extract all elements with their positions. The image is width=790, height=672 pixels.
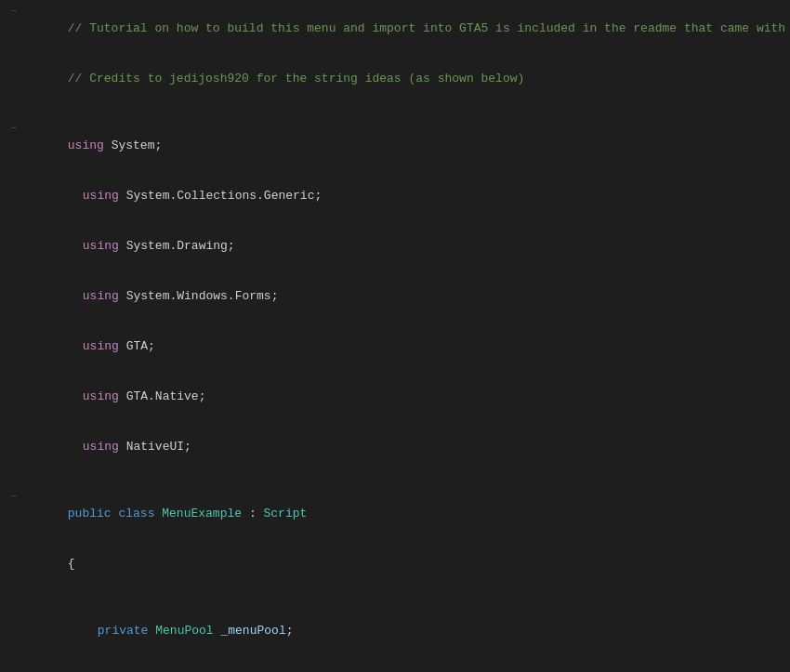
fold-icon-2	[7, 54, 20, 71]
code-line-empty-4	[0, 656, 790, 672]
code-line-empty-3	[0, 589, 790, 606]
code-line-using-5: using GTA;	[0, 322, 790, 372]
code-line-class: − public class MenuExample : Script	[0, 489, 790, 539]
code-editor[interactable]: − // Tutorial on how to build this menu …	[0, 0, 790, 672]
code-line-using-1: − using System;	[0, 121, 790, 171]
fold-icon-class[interactable]: −	[7, 489, 20, 506]
code-line-using-3: using System.Drawing;	[0, 221, 790, 271]
code-line-brace-open: {	[0, 539, 790, 589]
code-line-using-2: using System.Collections.Generic;	[0, 171, 790, 221]
fold-icon-1[interactable]: −	[7, 4, 20, 20]
code-line-empty-2	[0, 472, 790, 489]
fold-icon-using[interactable]: −	[7, 121, 20, 138]
code-line-using-7: using NativeUI;	[0, 422, 790, 472]
code-line-empty-1	[0, 104, 790, 121]
code-line-menupool: private MenuPool _menuPool;	[0, 606, 790, 656]
code-line-using-4: using System.Windows.Forms;	[0, 271, 790, 322]
code-line-using-6: using GTA.Native;	[0, 372, 790, 422]
code-line-1: − // Tutorial on how to build this menu …	[0, 4, 790, 54]
code-line-2: // Credits to jedijosh920 for the string…	[0, 54, 790, 104]
